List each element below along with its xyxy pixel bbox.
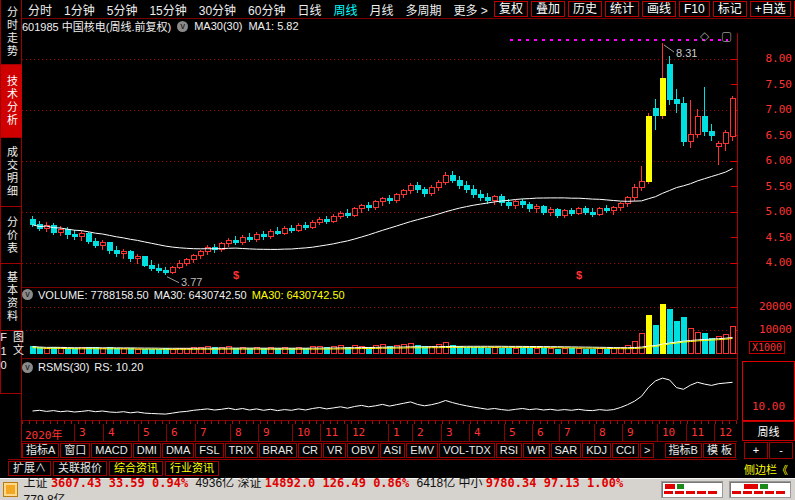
timeline-month: 3	[79, 426, 86, 439]
indicator-tab-窗口[interactable]: 窗口	[60, 443, 90, 458]
period-tab-15分钟[interactable]: 15分钟	[143, 1, 192, 18]
sidebar-item-图文F10[interactable]: 图文F10	[0, 331, 22, 394]
toolbar-action-叠加[interactable]: 叠加	[531, 1, 565, 17]
price-tick-label: 5.00	[742, 205, 792, 218]
period-tab-日线[interactable]: 日线	[291, 1, 327, 18]
sidebar-item-技术分析[interactable]: 技术分析	[0, 65, 22, 138]
volume-chart[interactable]	[22, 300, 737, 358]
toolbar-action-统计[interactable]: 统计	[605, 1, 639, 17]
timeline-separator	[103, 424, 104, 441]
app-icon[interactable]	[3, 482, 18, 497]
timeline-month: 6	[537, 426, 544, 439]
timeline-month: 11	[691, 426, 704, 439]
indicator-tab-CCI[interactable]: CCI	[612, 443, 639, 458]
period-tab-1分钟[interactable]: 1分钟	[58, 1, 101, 18]
toolbar-action-+自选[interactable]: +自选	[750, 1, 791, 17]
chevron-down-icon[interactable]: v	[177, 21, 188, 32]
price-tick-label: 5.50	[742, 180, 792, 193]
sidebar-item-基本资料[interactable]: 基本资料	[0, 264, 22, 331]
period-tab-月线[interactable]: 月线	[364, 1, 400, 18]
indicator-tab-OBV[interactable]: OBV	[347, 443, 378, 458]
timeline-month: 8	[599, 426, 606, 439]
volume-tick-label: 20000	[742, 300, 792, 313]
toolbar-action-历史[interactable]: 历史	[568, 1, 602, 17]
diamond-marker-icon[interactable]: ◇	[700, 30, 709, 42]
rsms-chart[interactable]	[22, 374, 737, 420]
timeline-separator	[347, 424, 348, 441]
price-axis-line	[737, 33, 738, 420]
indicator-tab-SAR[interactable]: SAR	[551, 443, 582, 458]
indicator-tab->[interactable]: >	[640, 443, 654, 458]
ma1-value: MA1: 5.82	[248, 20, 298, 32]
timeline-month: 12	[352, 426, 365, 439]
timeline-month: 4	[474, 426, 481, 439]
svg-text:$: $	[576, 269, 582, 281]
timeline-separator	[504, 424, 505, 441]
indicator-tab-EMV[interactable]: EMV	[406, 443, 438, 458]
indicator-tab-KDJ[interactable]: KDJ	[582, 443, 611, 458]
period-tab-更多 >[interactable]: 更多 >	[448, 1, 494, 18]
indicator-tab-模 板[interactable]: 模 板	[703, 443, 736, 458]
index-中小: 中小	[459, 476, 486, 490]
indicator-tab-VOL-TDX[interactable]: VOL-TDX	[439, 443, 495, 458]
toolbar-action-复权[interactable]: 复权	[494, 1, 528, 17]
timeline-separator	[686, 424, 687, 441]
sidebar-item-分时走势[interactable]: 分时走势	[0, 0, 22, 65]
period-tab-周线[interactable]: 周线	[327, 1, 363, 18]
timeline-month: 2	[417, 426, 424, 439]
price-tick-label: 4.50	[742, 231, 792, 244]
timeline-separator	[532, 424, 533, 441]
chart-title-row: 601985 中国核电(周线.前复权) v MA30(30) MA1: 5.82	[22, 19, 737, 33]
sidebar-item-分价表[interactable]: 分价表	[0, 207, 22, 264]
toolbar-action-标记[interactable]: 标记	[713, 1, 747, 17]
add-pane-button[interactable]: +	[744, 442, 768, 459]
indicator-tab-WR[interactable]: WR	[523, 443, 549, 458]
timeline-year: 2020年	[25, 426, 63, 442]
period-tab-分时[interactable]: 分时	[22, 1, 58, 18]
toolbar-action-画线[interactable]: 画线	[642, 1, 676, 17]
indicator-tab-ASI[interactable]: ASI	[380, 443, 406, 458]
collapse-volume-icon[interactable]: v	[22, 289, 33, 300]
timeline-month: 6	[171, 426, 178, 439]
volume-ma30: MA30: 6430742.50	[154, 289, 247, 301]
timeline-separator	[166, 424, 167, 441]
timeline-separator	[292, 424, 293, 441]
period-tab-60分钟[interactable]: 60分钟	[242, 1, 291, 18]
rsms-ref-label: 10.00	[743, 400, 794, 413]
sidebar-toggle[interactable]: 侧边栏《	[744, 461, 788, 477]
price-tick-label: 7.00	[742, 103, 792, 116]
indicator-tab-VR[interactable]: VR	[323, 443, 346, 458]
note-marker-icon[interactable]: ▢	[721, 30, 732, 42]
sidebar-item-成交明细[interactable]: 成交明细	[0, 138, 22, 207]
indicator-tab-DMI[interactable]: DMI	[133, 443, 161, 458]
timeline[interactable]: 2020年3456789101112123456789101112	[22, 420, 737, 441]
main-chart[interactable]: 8.313.77$$	[22, 33, 737, 287]
indicator-tab-MACD[interactable]: MACD	[91, 443, 131, 458]
index-上证: 4936亿	[195, 476, 237, 490]
toolbar-action-F10[interactable]: F10	[679, 1, 710, 17]
indicator-tab-DMA[interactable]: DMA	[162, 443, 194, 458]
indicator-tab-RSI[interactable]: RSI	[496, 443, 522, 458]
indicator-tab-指标B[interactable]: 指标B	[665, 443, 702, 458]
timeline-month: 12	[719, 426, 732, 439]
timeline-month: 5	[143, 426, 150, 439]
indicator-tab-TRIX[interactable]: TRIX	[225, 443, 258, 458]
indicator-tab-FSL[interactable]: FSL	[195, 443, 223, 458]
timeline-separator	[230, 424, 231, 441]
indicator-tab-CR[interactable]: CR	[298, 443, 322, 458]
timeline-month: 3	[446, 426, 453, 439]
remove-pane-button[interactable]: -	[769, 442, 793, 459]
period-tab-30分钟[interactable]: 30分钟	[193, 1, 242, 18]
period-tab-多周期[interactable]: 多周期	[400, 1, 448, 18]
indicator-tab-指标A[interactable]: 指标A	[22, 443, 59, 458]
rsms-name: RSMS(30)	[38, 361, 89, 373]
period-box[interactable]: 周线	[742, 421, 795, 441]
status-bar: 上证 3607.43 33.59 0.94% 4936亿 深证 14892.0 …	[0, 478, 795, 500]
timeline-separator	[441, 424, 442, 441]
timeline-month: 10	[297, 426, 310, 439]
period-tab-5分钟[interactable]: 5分钟	[101, 1, 144, 18]
indicator-tab-BRAR[interactable]: BRAR	[259, 443, 298, 458]
index-quotes: 上证 3607.43 33.59 0.94% 4936亿 深证 14892.0 …	[24, 473, 650, 500]
timeline-separator	[594, 424, 595, 441]
timeline-month: 11	[325, 426, 338, 439]
